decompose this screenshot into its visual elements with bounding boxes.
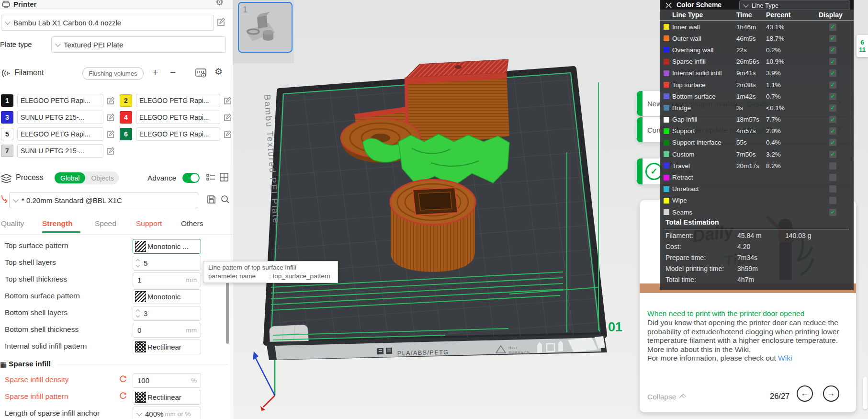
col-percent: Percent [766, 11, 819, 19]
filament-settings-gear-icon[interactable]: ⚙ [214, 66, 223, 77]
line-type-name: Seams [672, 209, 736, 216]
edit-filament-icon[interactable] [224, 130, 232, 138]
printer-settings-gear-icon[interactable]: ⚙ [215, 0, 224, 8]
line-type-display-checkbox[interactable]: ✓ [829, 209, 836, 216]
filament-slot[interactable]: 4 ELEGOO PETG Rapi... [120, 111, 232, 124]
plate-thumbnail[interactable]: 1 [238, 2, 293, 53]
sparse-infill-anchor-select[interactable]: 400% mm or % [133, 407, 201, 419]
edit-filament-icon[interactable] [107, 147, 115, 155]
filament-slot[interactable]: 3 SUNLU PETG 215-... [1, 111, 120, 124]
bottom-shell-layers-input[interactable]: 3 [133, 306, 201, 321]
line-type-display-checkbox[interactable]: ✓ [829, 58, 836, 65]
line-type-display-checkbox[interactable]: ✓ [829, 139, 836, 146]
line-type-display-checkbox[interactable] [829, 162, 836, 170]
filament-color-chip[interactable]: 4 [120, 111, 132, 124]
line-type-display-checkbox[interactable]: ✓ [829, 104, 836, 112]
line-type-display-checkbox[interactable]: ✓ [829, 127, 836, 135]
filament-name[interactable]: ELEGOO PETG Rapi... [17, 127, 103, 141]
line-type-color-swatch [664, 209, 669, 215]
line-type-row: Custom 7m50s 3.2% ✓ [660, 148, 850, 160]
filament-name[interactable]: ELEGOO PETG Rapi... [136, 94, 220, 107]
edit-filament-icon[interactable] [224, 97, 232, 105]
tab-speed[interactable]: Speed [95, 219, 116, 228]
filament-name[interactable]: SUNLU PETG 215-... [17, 144, 103, 158]
filament-name[interactable]: ELEGOO PETG Rapi... [136, 111, 220, 124]
line-type-display-checkbox[interactable]: ✓ [829, 81, 836, 89]
filament-name[interactable]: SUNLU PETG 215-... [17, 111, 103, 124]
line-type-display-checkbox[interactable]: ✓ [829, 23, 836, 31]
filament-name[interactable]: ELEGOO PETG Rapi... [136, 127, 220, 141]
sparse-infill-density-input[interactable]: 100 % [133, 373, 201, 388]
line-type-display-checkbox[interactable]: ✓ [829, 69, 836, 77]
line-type-name: Support [672, 127, 736, 135]
bottom-surface-pattern-select[interactable]: Monotonic [133, 289, 201, 304]
search-param-icon[interactable] [221, 195, 230, 204]
sparse-infill-pattern-select[interactable]: Rectilinear [133, 390, 201, 405]
filament-slot[interactable]: 6 ELEGOO PETG Rapi... [120, 127, 232, 141]
tab-strength[interactable]: Strength [42, 219, 73, 228]
line-type-display-checkbox[interactable]: ✓ [829, 151, 836, 158]
advance-toggle[interactable] [182, 173, 200, 183]
edit-filament-icon[interactable] [107, 130, 115, 138]
collapse-button[interactable]: Collapse [647, 393, 685, 401]
previous-tip-button[interactable]: ← [797, 385, 813, 402]
flushing-volumes-button[interactable]: Flushing volumes [82, 67, 144, 80]
plate-type-select[interactable]: Textured PEI Plate [51, 36, 226, 53]
scope-objects-option[interactable]: Objects [86, 174, 118, 182]
object-count-badge[interactable]: 6 11 [857, 35, 868, 57]
line-type-display-checkbox[interactable]: ✓ [829, 46, 836, 54]
spinner-icons[interactable] [136, 260, 139, 267]
filament-color-chip[interactable]: 6 [120, 128, 132, 140]
save-preset-icon[interactable] [207, 195, 216, 204]
printer-preset-select[interactable]: Bambu Lab X1 Carbon 0.4 nozzle [1, 15, 214, 31]
top-shell-thickness-input[interactable]: 1 mm [133, 272, 201, 287]
next-tip-button[interactable]: → [823, 385, 839, 402]
filament-slot[interactable]: 2 ELEGOO PETG Rapi... [120, 94, 232, 107]
wiki-link[interactable]: Wiki [778, 354, 792, 362]
filament-color-chip[interactable]: 1 [1, 94, 13, 107]
line-type-display-checkbox[interactable]: ✓ [829, 93, 836, 100]
ams-icon[interactable] [195, 68, 207, 78]
right-edge-scrollbar[interactable] [863, 377, 868, 409]
spinner-icons[interactable] [136, 310, 139, 317]
process-preset-select[interactable]: * 0.20mm Standard @BBL X1C [9, 192, 198, 208]
filament-list: 1 ELEGOO PETG Rapi... 2 ELEGOO PETG Rapi… [1, 94, 232, 158]
param-list-icon[interactable] [206, 173, 215, 181]
edit-filament-icon[interactable] [107, 97, 115, 105]
line-type-display-checkbox[interactable]: ✓ [829, 116, 836, 123]
tab-others[interactable]: Others [181, 219, 203, 228]
edit-filament-icon[interactable] [107, 113, 115, 122]
filament-color-chip[interactable]: 3 [1, 111, 13, 124]
scope-global-option[interactable]: Global [55, 172, 85, 183]
tab-support[interactable]: Support [136, 219, 162, 228]
filament-slot[interactable]: 7 SUNLU PETG 215-... [1, 144, 120, 158]
param-table-icon[interactable] [220, 173, 229, 181]
edit-filament-icon[interactable] [224, 113, 232, 122]
edit-printer-icon[interactable] [217, 18, 225, 26]
collapse-panel-icon[interactable] [665, 2, 672, 8]
line-type-display-checkbox[interactable] [829, 197, 836, 204]
line-type-percent: 7.7% [766, 116, 819, 123]
filament-slot[interactable]: 5 ELEGOO PETG Rapi... [1, 127, 120, 141]
line-type-row: Travel 20m17s 8.2% [660, 160, 850, 171]
undo-icon[interactable] [119, 375, 127, 383]
internal-solid-infill-pattern-select[interactable]: Rectilinear [133, 340, 201, 354]
line-type-display-checkbox[interactable]: ✓ [829, 35, 836, 42]
settings-scrollbar[interactable] [226, 282, 229, 344]
line-type-display-checkbox[interactable] [829, 185, 836, 193]
process-scope-toggle[interactable]: Global Objects [54, 171, 119, 184]
undo-icon[interactable] [119, 392, 127, 400]
view-mode-select[interactable]: Line Type [739, 0, 850, 10]
filament-color-chip[interactable]: 7 [1, 145, 13, 157]
add-filament-button[interactable]: + [152, 67, 158, 78]
filament-color-chip[interactable]: 2 [120, 94, 132, 107]
top-surface-pattern-select[interactable]: Monotonic ... [133, 239, 201, 254]
line-type-display-checkbox[interactable] [829, 174, 836, 181]
filament-color-chip[interactable]: 5 [1, 128, 13, 140]
top-shell-layers-input[interactable]: 5 [133, 256, 201, 271]
remove-filament-button[interactable]: − [170, 67, 176, 78]
filament-slot[interactable]: 1 ELEGOO PETG Rapi... [1, 94, 120, 107]
filament-name[interactable]: ELEGOO PETG Rapi... [17, 94, 103, 107]
bottom-shell-thickness-input[interactable]: 0 mm [133, 323, 201, 338]
tab-quality[interactable]: Quality [1, 219, 24, 228]
